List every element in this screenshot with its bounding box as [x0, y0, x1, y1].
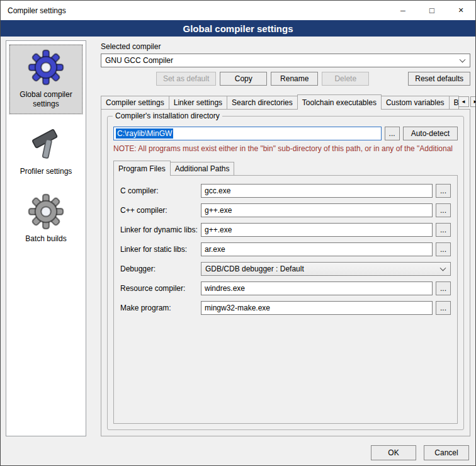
form-row-c-compiler: C compiler: ... [120, 184, 451, 198]
set-as-default-button[interactable]: Set as default [156, 72, 216, 86]
chevron-down-icon [460, 57, 466, 63]
dialog-footer: OK Cancel [1, 440, 475, 465]
static-linker-input[interactable] [201, 242, 433, 256]
arrow-right-icon: ► [473, 99, 476, 105]
form-row-cpp-compiler: C++ compiler: ... [120, 203, 451, 217]
sidebar-item-batch-builds[interactable]: Batch builds [9, 188, 83, 249]
sidebar-item-global-compiler-settings[interactable]: Global compiler settings [9, 44, 83, 115]
field-label: C compiler: [120, 186, 201, 195]
ok-button[interactable]: OK [371, 445, 416, 460]
delete-button[interactable]: Delete [322, 72, 369, 86]
tab-compiler-settings[interactable]: Compiler settings [101, 96, 169, 109]
maximize-icon: □ [429, 6, 434, 15]
compiler-actions: Set as default Copy Rename Delete Reset … [101, 72, 470, 86]
sidebar-item-label: Batch builds [10, 234, 82, 244]
debugger-dropdown[interactable]: GDB/CDB debugger : Default [201, 262, 451, 276]
selected-compiler-value: GNU GCC Compiler [105, 56, 173, 65]
browse-button[interactable]: ... [436, 203, 451, 217]
field-label: Resource compiler: [120, 284, 201, 293]
make-program-input[interactable] [201, 301, 433, 315]
toolchain-executables-pane: Compiler's installation directory C:\ray… [101, 109, 470, 436]
field-label: C++ compiler: [120, 206, 201, 215]
minimize-icon: ─ [400, 7, 405, 14]
maximize-button[interactable]: □ [417, 1, 446, 20]
browse-button[interactable]: ... [436, 242, 451, 256]
program-files-tabstrip: Program Files Additional Paths [113, 161, 458, 175]
cpp-compiler-input[interactable] [201, 203, 433, 217]
tab-build-options-truncated[interactable]: Buil [449, 96, 459, 109]
browse-directory-button[interactable]: ... [385, 127, 400, 140]
c-compiler-input[interactable] [201, 184, 433, 198]
groupbox-title: Compiler's installation directory [113, 111, 222, 120]
dialog-content: Global compiler settings Profiler settin… [1, 37, 475, 440]
reset-defaults-button[interactable]: Reset defaults [408, 72, 470, 86]
tab-toolchain-executables[interactable]: Toolchain executables [297, 94, 382, 110]
field-label: Debugger: [120, 264, 201, 273]
browse-button[interactable]: ... [436, 184, 451, 198]
tab-custom-variables[interactable]: Custom variables [381, 96, 450, 109]
rename-button[interactable]: Rename [271, 72, 318, 86]
titlebar: Compiler settings ─ □ ✕ [1, 1, 475, 20]
tab-linker-settings[interactable]: Linker settings [169, 96, 227, 109]
installation-directory-input[interactable]: C:\raylib\MinGW [113, 127, 382, 140]
cancel-button[interactable]: Cancel [424, 445, 469, 460]
form-row-debugger: Debugger: GDB/CDB debugger : Default [120, 262, 451, 276]
form-row-dynamic-linker: Linker for dynamic libs: ... [120, 223, 451, 237]
selected-compiler-dropdown[interactable]: GNU GCC Compiler [101, 54, 470, 67]
auto-detect-button[interactable]: Auto-detect [403, 127, 458, 140]
hammer-icon [28, 126, 64, 162]
chevron-down-icon [440, 265, 446, 271]
page-title: Global compiler settings [1, 20, 475, 37]
gray-gear-icon [28, 193, 64, 230]
window-controls: ─ □ ✕ [388, 1, 475, 20]
close-button[interactable]: ✕ [446, 1, 475, 20]
compiler-settings-window: Compiler settings ─ □ ✕ Global compiler … [0, 0, 476, 466]
installation-directory-value: C:\raylib\MinGW [116, 128, 173, 139]
sidebar-item-label: Profiler settings [10, 167, 82, 176]
close-icon: ✕ [458, 6, 463, 14]
tab-scroll-right-button[interactable]: ► [470, 96, 476, 107]
form-row-resource-compiler: Resource compiler: ... [120, 281, 451, 295]
bin-subdirectory-note: NOTE: All programs must exist either in … [113, 144, 458, 153]
installation-directory-row: C:\raylib\MinGW ... Auto-detect [113, 127, 458, 140]
field-label: Linker for static libs: [120, 245, 201, 254]
field-label: Make program: [120, 304, 201, 312]
tab-scroll-left-button[interactable]: ◄ [458, 96, 469, 107]
installation-directory-groupbox: Compiler's installation directory C:\ray… [107, 116, 464, 430]
window-title: Compiler settings [1, 6, 66, 15]
debugger-value: GDB/CDB debugger : Default [205, 264, 304, 273]
main-panel: Selected compiler GNU GCC Compiler Set a… [93, 40, 470, 436]
selected-compiler-label: Selected compiler [101, 42, 470, 51]
form-row-static-linker: Linker for static libs: ... [120, 242, 451, 256]
arrow-left-icon: ◄ [461, 99, 466, 105]
tab-scroll-arrows: ◄ ► [458, 96, 476, 109]
browse-button[interactable]: ... [436, 281, 451, 295]
settings-tabstrip: Compiler settings Linker settings Search… [101, 94, 470, 109]
dynamic-linker-input[interactable] [201, 223, 433, 237]
browse-button[interactable]: ... [436, 223, 451, 237]
sidebar-item-profiler-settings[interactable]: Profiler settings [9, 121, 83, 182]
settings-category-list: Global compiler settings Profiler settin… [6, 40, 86, 436]
subtab-program-files[interactable]: Program Files [113, 161, 171, 176]
form-row-make-program: Make program: ... [120, 301, 451, 315]
resource-compiler-input[interactable] [201, 281, 433, 295]
browse-button[interactable]: ... [436, 301, 451, 315]
field-label: Linker for dynamic libs: [120, 225, 201, 234]
subtab-additional-paths[interactable]: Additional Paths [170, 162, 235, 175]
sidebar-item-label: Global compiler settings [10, 90, 82, 109]
minimize-button[interactable]: ─ [388, 1, 417, 20]
copy-button[interactable]: Copy [220, 72, 267, 86]
program-files-pane: C compiler: ... C++ compiler: ... Linker… [113, 175, 458, 424]
tab-search-directories[interactable]: Search directories [227, 96, 298, 109]
gear-icon [28, 49, 64, 86]
